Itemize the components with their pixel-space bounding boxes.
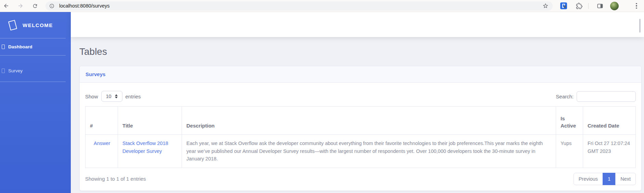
card-body: Show 10 entries Search:	[80, 83, 641, 191]
cell-description: Each year, we at Stack Overflow ask the …	[182, 135, 556, 168]
profile-avatar[interactable]	[610, 2, 619, 10]
survey-title-link[interactable]: Stack Overflow 2018 Developer Survey	[122, 141, 168, 154]
url-bar[interactable]: localhost:8080/surveys	[45, 1, 553, 11]
browser-toolbar: localhost:8080/surveys	[0, 0, 644, 12]
sidebar-item-dashboard[interactable]: Dashboard	[0, 38, 71, 55]
back-icon[interactable]	[2, 1, 11, 10]
column-header-created-date: Created Date	[583, 107, 636, 135]
surveys-table: # Title Description Is Active Created Da…	[85, 106, 636, 168]
page-length-value: 10	[106, 94, 111, 99]
card-header: Surveys	[80, 66, 641, 83]
entries-label: entries	[126, 94, 141, 99]
search-control: Search:	[556, 91, 636, 102]
browser-menu-icon[interactable]	[636, 3, 637, 9]
sidebar-item-label: Dashboard	[8, 44, 32, 49]
reload-icon[interactable]	[30, 1, 39, 10]
sidebar: WELCOME Dashboard Survey	[0, 12, 71, 193]
cell-is-active: Yups	[556, 135, 583, 168]
sidebar-item-label: Survey	[8, 68, 23, 73]
side-panel-icon[interactable]	[597, 3, 603, 9]
next-page-button[interactable]: Next	[615, 173, 636, 185]
search-input[interactable]	[577, 91, 636, 102]
toolbar-actions	[553, 2, 637, 10]
cell-created-date: Fri Oct 27 12:07:24 GMT 2023	[583, 135, 636, 168]
table-footer: Showing 1 to 1 of 1 entries Previous 1 N…	[85, 173, 636, 185]
pagination: Previous 1 Next	[574, 173, 636, 185]
table-controls: Show 10 entries Search:	[85, 91, 636, 102]
select-arrows-icon	[115, 94, 118, 98]
bookmark-star-icon[interactable]	[542, 3, 549, 9]
table-header-row: # Title Description Is Active Created Da…	[86, 107, 636, 135]
page-title: Tables	[79, 47, 644, 57]
toolbar-divider	[588, 3, 589, 9]
cell-title: Stack Overflow 2018 Developer Survey	[118, 135, 182, 168]
previous-page-button[interactable]: Previous	[574, 173, 603, 185]
url-text[interactable]: localhost:8080/surveys	[59, 3, 542, 9]
password-manager-icon[interactable]	[560, 2, 567, 9]
sidebar-item-survey[interactable]: Survey	[0, 56, 71, 82]
main-area: Tables Surveys Show 10	[71, 12, 644, 193]
page-length-control: Show 10 entries	[85, 91, 141, 102]
forward-icon[interactable]	[16, 1, 25, 10]
scrollbar-thumb[interactable]	[639, 19, 641, 33]
brand-glyph-icon	[8, 20, 17, 30]
sidebar-divider	[0, 82, 66, 82]
surveys-card: Surveys Show 10 entries	[79, 66, 642, 191]
answer-link[interactable]: Answer	[94, 141, 110, 146]
column-header-number: #	[86, 107, 118, 135]
content: Tables Surveys Show 10	[71, 47, 644, 191]
brand-label: WELCOME	[23, 22, 53, 28]
cell-action: Answer	[86, 135, 118, 168]
show-label: Show	[85, 94, 98, 99]
survey-icon	[2, 69, 5, 73]
column-header-title: Title	[118, 107, 182, 135]
column-header-description: Description	[182, 107, 556, 135]
topbar	[71, 12, 644, 37]
dashboard-icon	[2, 45, 5, 49]
page-info-icon[interactable]	[49, 3, 54, 9]
entries-info: Showing 1 to 1 of 1 entries	[85, 176, 146, 182]
column-header-is-active: Is Active	[556, 107, 583, 135]
extensions-icon[interactable]	[576, 3, 582, 9]
page-1-button[interactable]: 1	[603, 173, 616, 185]
page-length-select[interactable]: 10	[101, 91, 122, 102]
table-row: Answer Stack Overflow 2018 Developer Sur…	[86, 135, 636, 168]
search-label: Search:	[556, 94, 574, 99]
sidebar-brand[interactable]: WELCOME	[0, 12, 71, 38]
